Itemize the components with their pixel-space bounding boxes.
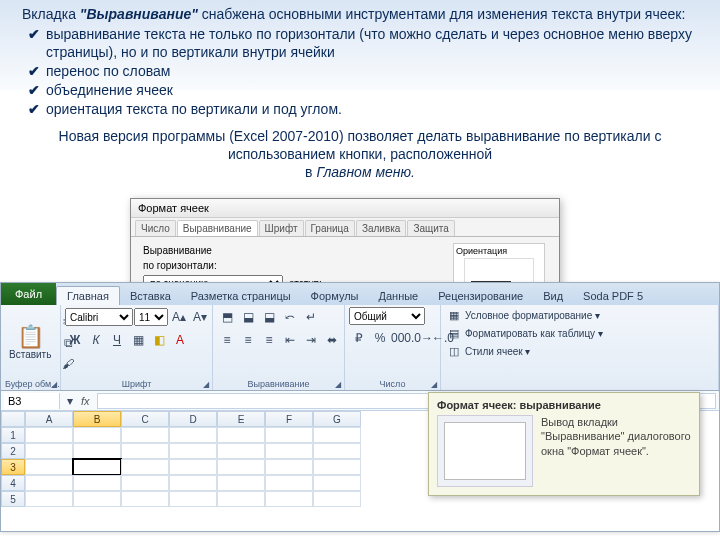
number-launcher-icon[interactable]: ◢ <box>429 379 439 389</box>
tab-home[interactable]: Главная <box>56 286 120 305</box>
border-icon[interactable]: ▦ <box>128 330 148 350</box>
row-header[interactable]: 3 <box>1 459 25 475</box>
cell[interactable] <box>121 475 169 491</box>
cell[interactable] <box>169 443 217 459</box>
cell[interactable] <box>169 427 217 443</box>
row-header[interactable]: 4 <box>1 475 25 491</box>
cell[interactable] <box>265 443 313 459</box>
cell[interactable] <box>25 491 73 507</box>
cell[interactable] <box>121 491 169 507</box>
dlg-tab-alignment[interactable]: Выравнивание <box>177 220 258 236</box>
cell[interactable] <box>217 491 265 507</box>
col-header[interactable]: D <box>169 411 217 427</box>
name-box[interactable]: B3 <box>4 393 60 409</box>
cell[interactable] <box>25 443 73 459</box>
align-top-icon[interactable]: ⬒ <box>217 307 237 327</box>
orientation-icon[interactable]: ⤺ <box>280 307 300 327</box>
cell[interactable] <box>217 475 265 491</box>
cell[interactable] <box>121 459 169 475</box>
cell[interactable] <box>265 459 313 475</box>
font-launcher-icon[interactable]: ◢ <box>201 379 211 389</box>
align-right-icon[interactable]: ≡ <box>259 330 279 350</box>
fill-color-icon[interactable]: ◧ <box>149 330 169 350</box>
wrap-text-icon[interactable]: ↵ <box>301 307 321 327</box>
cell[interactable] <box>169 491 217 507</box>
cell[interactable] <box>265 475 313 491</box>
col-header[interactable]: A <box>25 411 73 427</box>
dlg-tab-number[interactable]: Число <box>135 220 176 236</box>
cell[interactable] <box>217 427 265 443</box>
cell[interactable] <box>25 475 73 491</box>
dropdown-icon[interactable]: ▾ <box>63 391 77 411</box>
dlg-tab-font[interactable]: Шрифт <box>259 220 304 236</box>
dlg-tab-border[interactable]: Граница <box>305 220 355 236</box>
grow-font-icon[interactable]: A▴ <box>169 307 189 327</box>
font-name-select[interactable]: Calibri <box>65 308 133 326</box>
cell[interactable] <box>169 459 217 475</box>
col-header[interactable]: E <box>217 411 265 427</box>
align-left-icon[interactable]: ≡ <box>217 330 237 350</box>
align-middle-icon[interactable]: ⬓ <box>238 307 258 327</box>
tab-review[interactable]: Рецензирование <box>428 287 533 305</box>
cell[interactable] <box>73 475 121 491</box>
cell[interactable] <box>217 459 265 475</box>
cell[interactable] <box>265 427 313 443</box>
alignment-launcher-icon[interactable]: ◢ <box>333 379 343 389</box>
percent-icon[interactable]: % <box>370 328 390 348</box>
row-header[interactable]: 5 <box>1 491 25 507</box>
fx-icon[interactable]: fx <box>77 395 94 407</box>
bold-icon[interactable]: Ж <box>65 330 85 350</box>
decrease-indent-icon[interactable]: ⇤ <box>280 330 300 350</box>
col-header[interactable]: G <box>313 411 361 427</box>
paste-button[interactable]: 📋 Вставить <box>5 324 55 362</box>
cell[interactable] <box>25 459 73 475</box>
cell-styles-button[interactable]: ◫Стили ячеек ▾ <box>445 343 533 359</box>
dlg-tab-protect[interactable]: Защита <box>407 220 454 236</box>
cell[interactable] <box>265 491 313 507</box>
cell-selected[interactable] <box>73 459 121 475</box>
cell[interactable] <box>169 475 217 491</box>
col-header[interactable]: F <box>265 411 313 427</box>
tab-data[interactable]: Данные <box>368 287 428 305</box>
tab-insert[interactable]: Вставка <box>120 287 181 305</box>
tab-view[interactable]: Вид <box>533 287 573 305</box>
file-tab[interactable]: Файл <box>1 283 56 305</box>
cell[interactable] <box>313 491 361 507</box>
underline-icon[interactable]: Ч <box>107 330 127 350</box>
align-bottom-icon[interactable]: ⬓ <box>259 307 279 327</box>
col-header[interactable]: C <box>121 411 169 427</box>
tab-page-layout[interactable]: Разметка страницы <box>181 287 301 305</box>
align-center-icon[interactable]: ≡ <box>238 330 258 350</box>
cell[interactable] <box>121 427 169 443</box>
cell[interactable] <box>217 443 265 459</box>
italic-icon[interactable]: К <box>86 330 106 350</box>
comma-icon[interactable]: 000 <box>391 328 411 348</box>
cell[interactable] <box>73 491 121 507</box>
conditional-formatting-button[interactable]: ▦Условное форматирование ▾ <box>445 307 602 323</box>
cell[interactable] <box>313 475 361 491</box>
shrink-font-icon[interactable]: A▾ <box>190 307 210 327</box>
cell[interactable] <box>73 443 121 459</box>
font-color-icon[interactable]: A <box>170 330 190 350</box>
increase-indent-icon[interactable]: ⇥ <box>301 330 321 350</box>
row-header[interactable]: 1 <box>1 427 25 443</box>
merge-icon[interactable]: ⬌ <box>322 330 342 350</box>
select-all-corner[interactable] <box>1 411 25 427</box>
cell[interactable] <box>121 443 169 459</box>
font-size-select[interactable]: 11 <box>134 308 168 326</box>
tab-formulas[interactable]: Формулы <box>301 287 369 305</box>
cell[interactable] <box>313 443 361 459</box>
cell[interactable] <box>313 459 361 475</box>
dlg-tab-fill[interactable]: Заливка <box>356 220 407 236</box>
format-as-table-button[interactable]: ▤Форматировать как таблицу ▾ <box>445 325 605 341</box>
clipboard-launcher-icon[interactable]: ◢ <box>49 379 59 389</box>
inc-decimal-icon[interactable]: .0→ <box>412 328 432 348</box>
tab-sodapdf[interactable]: Soda PDF 5 <box>573 287 653 305</box>
col-header[interactable]: B <box>73 411 121 427</box>
number-format-select[interactable]: Общий <box>349 307 425 325</box>
cell[interactable] <box>25 427 73 443</box>
row-header[interactable]: 2 <box>1 443 25 459</box>
cell[interactable] <box>313 427 361 443</box>
currency-icon[interactable]: ₽ <box>349 328 369 348</box>
cell[interactable] <box>73 427 121 443</box>
